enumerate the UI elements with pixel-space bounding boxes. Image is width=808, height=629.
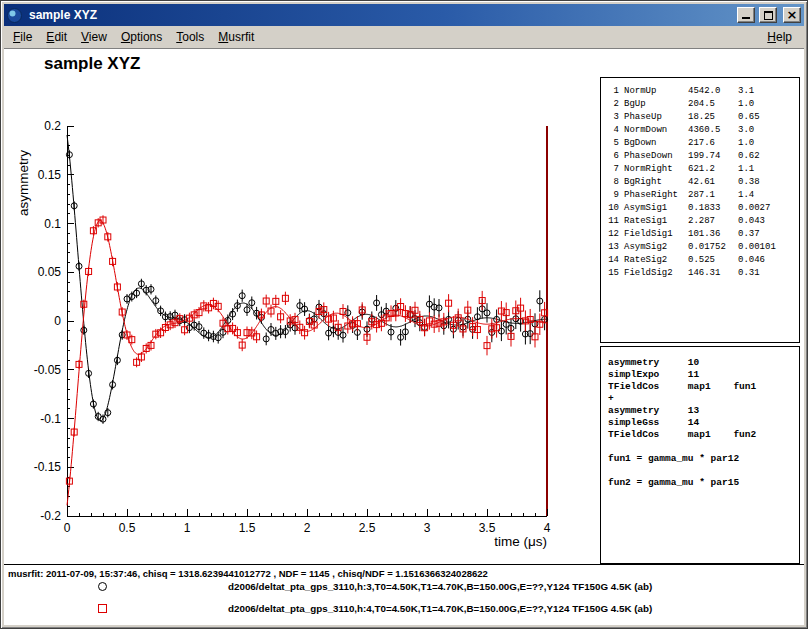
- x-tick-label: 3.5: [479, 521, 496, 535]
- x-tick-label: 4: [544, 521, 551, 535]
- menu-item-view[interactable]: View: [74, 27, 114, 47]
- theory-curve: [67, 221, 547, 506]
- x-tick-label: 2.5: [359, 521, 376, 535]
- data-series-square: [66, 215, 547, 505]
- theory-line: TFieldCos map1 fun1: [608, 381, 799, 393]
- parameter-row-phaseright: 9PhaseRight287.11.4: [605, 189, 799, 202]
- parameter-row-bgright: 8BgRight42.610.38: [605, 176, 799, 189]
- x-tick-label: 0.5: [119, 521, 136, 535]
- x-tick-label: 1: [184, 521, 191, 535]
- data-series-circle: [66, 135, 547, 424]
- theory-line: TFieldCos map1 fun2: [608, 429, 799, 441]
- parameter-row-fieldsig2: 15FieldSig2146.310.31: [605, 267, 799, 280]
- parameter-row-phasedown: 6PhaseDown199.740.62: [605, 150, 799, 163]
- x-tick-label: 0: [64, 521, 71, 535]
- plot-canvas[interactable]: sample XYZ -0.2-0.15-0.1-0.0500.050.10.1…: [4, 48, 804, 625]
- y-axis-title: asymmetry: [16, 150, 31, 216]
- app-icon[interactable]: [7, 8, 22, 23]
- theory-line: fun1 = gamma_mu * par12: [608, 453, 799, 465]
- y-tick-label: -0.2: [40, 509, 61, 523]
- close-button[interactable]: ×: [783, 7, 801, 23]
- y-tick-label: 0.1: [44, 217, 61, 231]
- legend-circle-marker-icon: [98, 582, 107, 591]
- menu-item-musrfit[interactable]: Musrfit: [211, 27, 261, 47]
- parameter-row-bgdown: 5BgDown217.61.0: [605, 137, 799, 150]
- menu-items: FileEditViewOptionsToolsMusrfit: [6, 27, 261, 47]
- maximize-icon: [764, 11, 773, 20]
- close-icon: ×: [787, 8, 798, 21]
- theory-curve: [67, 135, 547, 421]
- x-tick-label: 2: [304, 521, 311, 535]
- theory-line: [608, 465, 799, 477]
- parameter-row-ratesig2: 14RateSig20.5250.046: [605, 254, 799, 267]
- legend-label: d2006/deltat_pta_gps_3110,h:4,T0=4.50K,T…: [228, 603, 652, 614]
- legend-square-marker-icon: [98, 604, 107, 613]
- x-tick-label: 1.5: [239, 521, 256, 535]
- theory-line: simplExpo 11: [608, 369, 799, 381]
- parameter-table: 1NormUp4542.03.12BgUp204.51.03PhaseUp18.…: [600, 77, 800, 343]
- window-title: sample XYZ: [26, 8, 733, 22]
- parameter-row-bgup: 2BgUp204.51.0: [605, 98, 799, 111]
- menu-item-help[interactable]: Help: [763, 27, 796, 47]
- x-tick-label: 3: [424, 521, 431, 535]
- menu-bar: FileEditViewOptionsToolsMusrfit Help: [4, 26, 804, 48]
- parameter-row-fieldsig1: 12FieldSig1101.360.37: [605, 228, 799, 241]
- parameter-row-asymsig1: 10AsymSig10.18330.0027: [605, 202, 799, 215]
- parameter-row-asymsig2: 13AsymSig20.017520.00101: [605, 241, 799, 254]
- y-tick-label: 0.2: [44, 119, 61, 133]
- minimize-button[interactable]: [737, 7, 755, 23]
- theory-lines: asymmetry 10simplExpo 11TFieldCos map1 f…: [608, 357, 799, 489]
- plot-area[interactable]: -0.2-0.15-0.1-0.0500.050.10.150.200.511.…: [4, 49, 564, 565]
- x-axis-title: time (μs): [494, 534, 547, 549]
- theory-line: simpleGss 14: [608, 417, 799, 429]
- title-bar: sample XYZ ×: [4, 4, 804, 26]
- legend-entry: d2006/deltat_pta_gps_3110,h:4,T0=4.50K,T…: [4, 598, 804, 620]
- app-window: sample XYZ × FileEditViewOptionsToolsMus…: [0, 0, 808, 629]
- theory-block: asymmetry 10simplExpo 11TFieldCos map1 f…: [600, 346, 800, 564]
- legend-entry: d2006/deltat_pta_gps_3110,h:3,T0=4.50K,T…: [4, 576, 804, 598]
- parameter-row-normright: 7NormRight621.21.1: [605, 163, 799, 176]
- y-tick-label: 0.05: [38, 265, 62, 279]
- menu-item-file[interactable]: File: [6, 27, 39, 47]
- theory-line: asymmetry 10: [608, 357, 799, 369]
- theory-line: +: [608, 393, 799, 405]
- theory-line: [608, 441, 799, 453]
- menu-item-tools[interactable]: Tools: [169, 27, 211, 47]
- parameter-row-normup: 1NormUp4542.03.1: [605, 85, 799, 98]
- y-tick-label: 0: [54, 314, 61, 328]
- y-tick-label: -0.15: [34, 460, 62, 474]
- menu-item-edit[interactable]: Edit: [39, 27, 74, 47]
- theory-line: asymmetry 13: [608, 405, 799, 417]
- minimize-icon: [742, 17, 750, 19]
- y-tick-label: -0.05: [34, 363, 62, 377]
- parameter-rows: 1NormUp4542.03.12BgUp204.51.03PhaseUp18.…: [605, 85, 799, 280]
- legend-label: d2006/deltat_pta_gps_3110,h:3,T0=4.50K,T…: [228, 581, 652, 592]
- theory-line: fun2 = gamma_mu * par15: [608, 477, 799, 489]
- maximize-button[interactable]: [759, 7, 777, 23]
- footer-divider: [4, 564, 804, 565]
- y-tick-label: 0.15: [38, 168, 62, 182]
- menu-item-options[interactable]: Options: [114, 27, 169, 47]
- legend: d2006/deltat_pta_gps_3110,h:3,T0=4.50K,T…: [4, 576, 804, 620]
- parameter-row-normdown: 4NormDown4360.53.0: [605, 124, 799, 137]
- parameter-row-ratesig1: 11RateSig12.2870.043: [605, 215, 799, 228]
- y-tick-label: -0.1: [40, 412, 61, 426]
- parameter-row-phaseup: 3PhaseUp18.250.65: [605, 111, 799, 124]
